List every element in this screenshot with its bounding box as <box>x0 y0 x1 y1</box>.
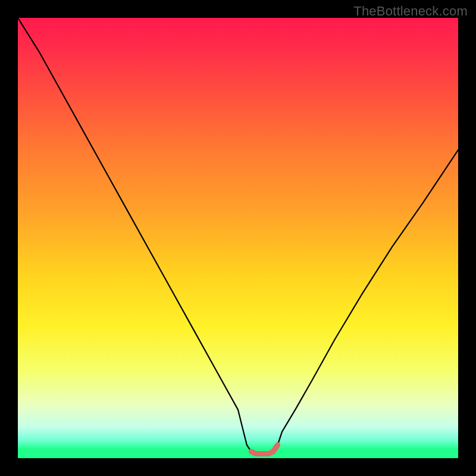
bottleneck-curve <box>18 18 458 454</box>
curve-layer <box>18 18 458 458</box>
watermark-label: TheBottleneck.com <box>353 4 468 19</box>
chart-frame: TheBottleneck.com <box>0 0 476 476</box>
plot-area <box>18 18 458 458</box>
optimal-zone-marker <box>251 445 277 454</box>
